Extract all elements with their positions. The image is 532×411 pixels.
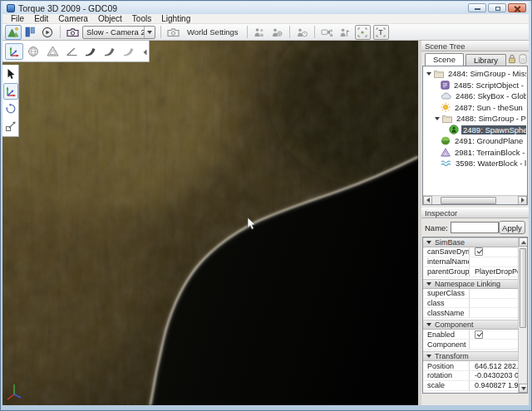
- property-row[interactable]: parentGroupPlayerDropPoints: [423, 267, 518, 277]
- property-value[interactable]: [470, 289, 518, 298]
- trash-icon[interactable]: [519, 54, 527, 64]
- property-row[interactable]: internalName: [423, 257, 518, 267]
- property-row[interactable]: Component: [423, 340, 518, 350]
- ramp-soft-button[interactable]: [120, 43, 138, 60]
- gui-editor-button[interactable]: [22, 25, 38, 40]
- move-tool-button[interactable]: [3, 83, 18, 100]
- tree-item[interactable]: 2491: GroundPlane: [424, 135, 526, 147]
- tree-item[interactable]: 2487: Sun - theSun: [424, 102, 526, 114]
- gizmo-brush-button[interactable]: [5, 43, 23, 60]
- property-value[interactable]: -0.0430203 0.022: [470, 371, 518, 380]
- name-input[interactable]: [451, 222, 499, 233]
- scrollbar-thumb[interactable]: [520, 248, 526, 328]
- select-tool-button[interactable]: [3, 66, 18, 82]
- name-label: Name:: [425, 223, 448, 232]
- spawn-icon: [449, 125, 459, 135]
- section-title: Namespace Linking: [435, 280, 500, 288]
- player-pair-icon: [254, 27, 265, 37]
- tree-horizontal-scrollbar[interactable]: [423, 195, 527, 204]
- lock-icon[interactable]: [508, 54, 516, 64]
- section-header[interactable]: Namespace Linking: [423, 279, 518, 289]
- scroll-right-button[interactable]: [518, 196, 527, 205]
- tree-item[interactable]: 2488: SimGroup - PlayerDropPoints: [424, 113, 526, 125]
- ruler-triangle-icon: [47, 46, 59, 56]
- world-settings-button[interactable]: World Settings: [183, 25, 243, 40]
- tree-item[interactable]: 2484: SimGroup - MissionGroup: [424, 68, 526, 80]
- tree-item[interactable]: 2486: SkyBox - GlobalSky: [424, 91, 526, 102]
- inspector-header: Inspector: [421, 208, 529, 218]
- checkbox[interactable]: [475, 247, 483, 256]
- property-value[interactable]: 646.512 282.588: [470, 361, 518, 370]
- section-header[interactable]: Transform: [423, 351, 518, 361]
- camera-button[interactable]: [64, 25, 81, 40]
- property-row[interactable]: canSaveDyna: [423, 247, 518, 257]
- menu-file[interactable]: File: [6, 14, 29, 23]
- property-row[interactable]: className: [423, 308, 518, 318]
- property-row[interactable]: class: [423, 299, 518, 309]
- viewport-3d[interactable]: [2, 41, 418, 405]
- menu-edit[interactable]: Edit: [29, 14, 53, 23]
- menu-camera[interactable]: Camera: [53, 14, 93, 23]
- apply-button[interactable]: Apply: [499, 221, 525, 234]
- menu-object[interactable]: Object: [93, 14, 127, 23]
- property-row[interactable]: Position646.512 282.588: [423, 361, 518, 371]
- property-value[interactable]: [470, 330, 518, 339]
- scroll-down-button[interactable]: [519, 384, 528, 393]
- text-toggle-button[interactable]: [373, 25, 389, 40]
- drop-player-at-camera-button[interactable]: [268, 25, 285, 40]
- slope-button[interactable]: [62, 43, 81, 60]
- main-area: Scene Tree Scene Library 2484: SimGroup …: [2, 41, 529, 405]
- camera-to-player-button[interactable]: [318, 25, 336, 40]
- property-value[interactable]: 0.940827 1.97505: [470, 381, 518, 390]
- property-row[interactable]: scale0.940827 1.97505: [423, 381, 518, 391]
- property-value[interactable]: PlayerDropPoints: [470, 267, 518, 276]
- tree-expand-arrow[interactable]: [426, 72, 431, 76]
- world-mode-button[interactable]: [24, 43, 42, 60]
- rotate-icon: [5, 103, 17, 115]
- sun-icon: [441, 102, 451, 112]
- toggle-player-button[interactable]: [293, 25, 310, 40]
- property-vertical-scrollbar[interactable]: [518, 237, 527, 393]
- scroll-left-button[interactable]: [423, 196, 432, 205]
- property-row[interactable]: superClass: [423, 289, 518, 299]
- property-label: Component: [423, 340, 470, 349]
- menu-lighting[interactable]: Lighting: [156, 14, 195, 23]
- checkbox[interactable]: [475, 330, 483, 339]
- tree-item[interactable]: 2485: ScriptObject - LevelInfo: [424, 80, 526, 91]
- minimize-button[interactable]: [468, 3, 486, 12]
- ramp-medium-button[interactable]: [101, 43, 119, 60]
- player-spawn-button[interactable]: [337, 25, 352, 40]
- property-value[interactable]: [470, 340, 518, 349]
- property-value[interactable]: [470, 257, 518, 267]
- maximize-button[interactable]: [488, 3, 506, 12]
- property-row[interactable]: rotation-0.0430203 0.022: [423, 371, 518, 381]
- scrollbar-thumb[interactable]: [441, 197, 496, 204]
- close-button[interactable]: [508, 3, 526, 12]
- snap-toggle-button[interactable]: [355, 25, 371, 40]
- rotate-tool-button[interactable]: [3, 100, 18, 117]
- property-value[interactable]: [470, 308, 518, 317]
- property-value[interactable]: [470, 247, 518, 257]
- tree-item[interactable]: 2981: TerrainBlock - terrain: [424, 147, 526, 159]
- tree-item[interactable]: 2489: SpawnSphere: [424, 125, 526, 136]
- camera-speed-select[interactable]: Slow - Camera 2: [82, 26, 155, 39]
- tree-item[interactable]: 3598: WaterBlock - lake: [424, 158, 526, 169]
- property-label: canSaveDyna: [423, 247, 470, 257]
- collapse-bar-button[interactable]: [143, 44, 147, 59]
- tab-library[interactable]: Library: [466, 54, 506, 66]
- section-header[interactable]: Component: [423, 320, 518, 330]
- property-value[interactable]: [470, 299, 518, 308]
- world-editor-button[interactable]: [5, 25, 22, 40]
- drop-camera-at-player-button[interactable]: [251, 25, 268, 40]
- scroll-up-button[interactable]: [519, 237, 528, 247]
- terrain-measure-button[interactable]: [43, 43, 62, 60]
- section-header[interactable]: SimBase: [423, 237, 518, 247]
- tab-scene[interactable]: Scene: [425, 53, 464, 66]
- tree-expand-arrow[interactable]: [435, 117, 440, 120]
- menu-tools[interactable]: Tools: [127, 14, 156, 23]
- scale-tool-button[interactable]: [3, 118, 18, 135]
- play-game-button[interactable]: [39, 25, 56, 40]
- ramp-hard-button[interactable]: [81, 43, 100, 60]
- property-row[interactable]: Enabled: [423, 330, 518, 340]
- camera-settings-button[interactable]: [165, 25, 182, 40]
